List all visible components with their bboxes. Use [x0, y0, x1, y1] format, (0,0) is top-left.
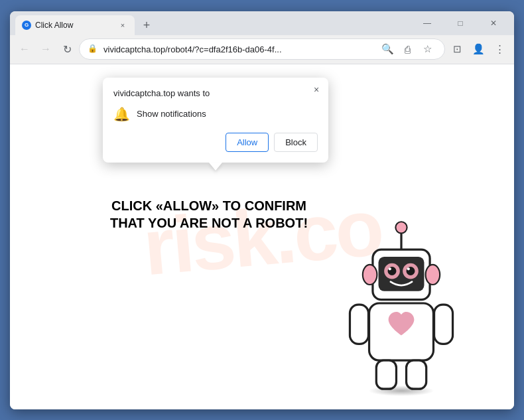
popup-title: vividcaptcha.top wants to — [113, 88, 318, 98]
popup-actions: Allow Block — [113, 133, 318, 152]
allow-button[interactable]: Allow — [226, 133, 269, 152]
tab-title: Click Allow — [35, 21, 113, 30]
maximize-button[interactable]: □ — [445, 13, 476, 34]
popup-close-button[interactable]: × — [310, 83, 323, 96]
robot-svg — [328, 210, 474, 396]
menu-button[interactable]: ⋮ — [490, 40, 509, 58]
active-tab[interactable]: G Click Allow × — [15, 15, 135, 35]
svg-rect-13 — [350, 305, 368, 344]
profile-button[interactable]: 👤 — [469, 40, 488, 58]
cta-main-text: CLICK «ALLOW» TO CONFIRM THAT YOU ARE NO… — [103, 197, 315, 232]
forward-button[interactable]: → — [36, 40, 55, 58]
refresh-button[interactable]: ↻ — [58, 40, 76, 58]
title-bar: G Click Allow × + — □ ✕ — [10, 11, 514, 35]
notification-row: 🔔 Show notifications — [113, 106, 318, 122]
svg-point-9 — [407, 267, 410, 270]
svg-point-8 — [389, 267, 391, 270]
browser-window: G Click Allow × + — □ ✕ ← → ↻ 🔒 vividcap… — [10, 11, 514, 409]
svg-rect-16 — [407, 360, 426, 389]
toolbar: ← → ↻ 🔒 vividcaptcha.top/robot4/?c=dfa2f… — [10, 35, 514, 64]
lock-icon: 🔒 — [88, 44, 98, 54]
back-button[interactable]: ← — [15, 40, 34, 58]
page-content: risk.co × vividcaptcha.top wants to 🔔 Sh… — [10, 64, 514, 409]
notification-label: Show notifications — [137, 109, 206, 119]
robot-shadow — [368, 385, 434, 396]
new-tab-button[interactable]: + — [137, 17, 156, 35]
bookmark-icon[interactable]: ☆ — [418, 40, 436, 58]
svg-rect-14 — [434, 305, 453, 344]
close-button[interactable]: ✕ — [478, 13, 509, 34]
svg-point-10 — [363, 264, 377, 284]
search-icon[interactable]: 🔍 — [378, 40, 397, 58]
minimize-button[interactable]: — — [412, 13, 442, 34]
address-bar[interactable]: 🔒 vividcaptcha.top/robot4/?c=dfa2f16b-da… — [79, 38, 445, 60]
share-icon[interactable]: ⎙ — [398, 40, 417, 58]
svg-point-11 — [426, 264, 440, 284]
robot-character — [328, 210, 474, 396]
window-controls: — □ ✕ — [412, 13, 509, 34]
tab-area: G Click Allow × + — [15, 11, 412, 35]
bell-icon: 🔔 — [113, 106, 130, 122]
address-bar-icons: 🔍 ⎙ ☆ — [378, 40, 436, 58]
cta-text-container: CLICK «ALLOW» TO CONFIRM THAT YOU ARE NO… — [103, 197, 315, 232]
url-text: vividcaptcha.top/robot4/?c=dfa2f16b-da06… — [103, 44, 373, 54]
tab-close-button[interactable]: × — [117, 20, 128, 31]
tab-favicon: G — [22, 21, 31, 30]
notification-popup: × vividcaptcha.top wants to 🔔 Show notif… — [103, 78, 328, 163]
svg-rect-15 — [376, 360, 396, 389]
block-button[interactable]: Block — [274, 133, 318, 152]
split-view-button[interactable]: ⊡ — [448, 40, 466, 58]
svg-point-1 — [395, 222, 407, 233]
popup-tail — [209, 163, 222, 171]
